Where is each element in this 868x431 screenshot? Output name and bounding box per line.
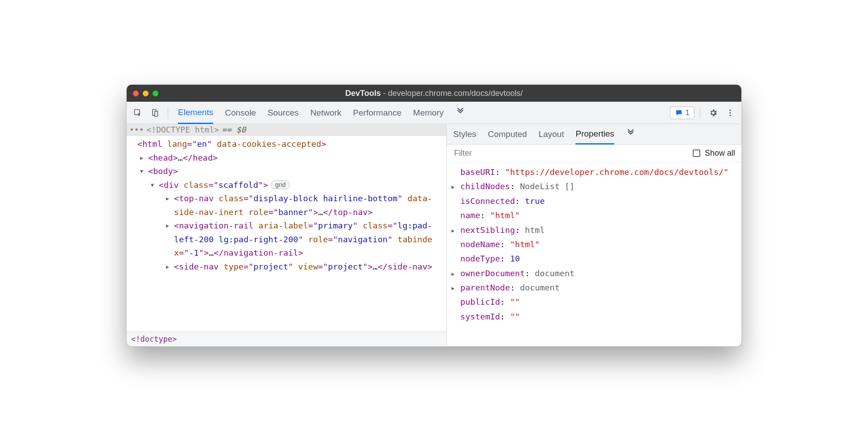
dom-tree[interactable]: <html lang="en" data-cookies-accepted> <… — [127, 136, 446, 332]
expand-toggle-icon[interactable] — [166, 222, 169, 231]
window-title: DevTools - developer.chrome.com/docs/dev… — [127, 89, 741, 98]
toolbar-separator — [168, 107, 168, 119]
svg-point-3 — [729, 109, 731, 111]
inspect-element-icon[interactable] — [130, 105, 145, 120]
titlebar: DevTools - developer.chrome.com/docs/dev… — [127, 85, 741, 102]
prop-parentnode[interactable]: parentNode: document — [451, 281, 738, 295]
show-all-label: Show all — [705, 149, 735, 158]
prop-baseuri[interactable]: baseURI: "https://developer.chrome.com/d… — [451, 165, 738, 179]
svg-point-4 — [729, 112, 731, 113]
tab-network[interactable]: Network — [310, 102, 342, 124]
breadcrumb[interactable]: <!doctype> — [127, 332, 446, 346]
svg-point-5 — [729, 115, 731, 116]
expand-toggle-icon[interactable] — [451, 269, 455, 279]
dom-div-scaffold[interactable]: <div class="scaffold">grid <top-nav clas… — [148, 178, 442, 274]
tab-styles[interactable]: Styles — [453, 124, 476, 145]
tab-performance[interactable]: Performance — [353, 102, 401, 124]
tab-console[interactable]: Console — [225, 102, 256, 124]
properties-list[interactable]: baseURI: "https://developer.chrome.com/d… — [447, 162, 741, 328]
device-toggle-icon[interactable] — [147, 105, 162, 120]
expand-toggle-icon[interactable] — [166, 195, 169, 203]
toolbar-separator — [700, 107, 700, 119]
window-title-rest: - developer.chrome.com/docs/devtools/ — [381, 89, 523, 98]
dom-head-node[interactable]: <head>…</head> — [137, 151, 442, 165]
selected-node-bar[interactable]: ••• <!DOCTYPE html> == $0 — [127, 124, 446, 136]
expand-toggle-icon[interactable] — [151, 181, 154, 190]
selected-node-eq: == $0 — [222, 125, 246, 134]
prop-systemid[interactable]: systemId: "" — [451, 310, 738, 324]
breadcrumb-item[interactable]: <!doctype> — [131, 335, 177, 344]
devtools-window: DevTools - developer.chrome.com/docs/dev… — [126, 84, 742, 347]
selected-node-doctype: <!DOCTYPE html> — [147, 125, 219, 134]
sidebar-panel: Styles Computed Layout Properties Show a… — [447, 124, 741, 346]
show-all-checkbox[interactable] — [693, 149, 700, 157]
dom-html-node[interactable]: <html lang="en" data-cookies-accepted> <… — [127, 137, 446, 274]
more-sidebar-tabs-icon[interactable] — [626, 128, 636, 140]
filter-row: Show all — [447, 145, 741, 162]
grid-badge[interactable]: grid — [271, 180, 290, 189]
expand-toggle-icon[interactable] — [451, 284, 455, 293]
expand-toggle-icon[interactable] — [451, 182, 455, 192]
window-title-prefix: DevTools — [345, 89, 381, 98]
expand-toggle-icon[interactable] — [451, 226, 455, 236]
kebab-menu-icon[interactable] — [723, 105, 738, 120]
main-tabs: Elements Console Sources Network Perform… — [174, 102, 668, 124]
prop-publicid[interactable]: publicId: "" — [451, 295, 738, 309]
issues-badge[interactable]: 1 — [670, 107, 694, 119]
tab-layout[interactable]: Layout — [538, 124, 564, 145]
expand-toggle-icon[interactable] — [140, 154, 143, 163]
settings-icon[interactable] — [706, 105, 721, 120]
dom-top-nav[interactable]: <top-nav class="display-block hairline-b… — [159, 192, 438, 219]
prop-childnodes[interactable]: childNodes: NodeList [] — [451, 179, 738, 194]
prop-nodetype[interactable]: nodeType: 10 — [451, 252, 738, 266]
more-tabs-icon[interactable] — [455, 107, 465, 119]
sidebar-tabs: Styles Computed Layout Properties — [447, 124, 741, 145]
dom-navigation-rail[interactable]: <navigation-rail aria-label="primary" cl… — [159, 219, 438, 260]
panels-body: ••• <!DOCTYPE html> == $0 <html lang="en… — [127, 124, 741, 346]
tab-memory[interactable]: Memory — [413, 102, 444, 124]
svg-rect-2 — [155, 111, 158, 116]
expand-toggle-icon[interactable] — [166, 263, 169, 272]
issues-count: 1 — [686, 108, 690, 117]
prop-nodename[interactable]: nodeName: "html" — [451, 237, 738, 252]
dom-body-node[interactable]: <body> <div class="scaffold">grid <top-n… — [137, 165, 442, 274]
tab-computed[interactable]: Computed — [488, 124, 527, 145]
main-toolbar: Elements Console Sources Network Perform… — [127, 102, 741, 124]
expand-toggle-icon[interactable] — [140, 167, 143, 176]
prop-isconnected[interactable]: isConnected: true — [451, 194, 738, 208]
selected-node-ellipsis: ••• — [129, 125, 144, 134]
tab-properties[interactable]: Properties — [575, 124, 614, 145]
tab-sources[interactable]: Sources — [268, 102, 299, 124]
dom-side-nav[interactable]: <side-nav type="project" view="project">… — [159, 260, 438, 274]
tab-elements[interactable]: Elements — [178, 102, 213, 124]
prop-ownerdocument[interactable]: ownerDocument: document — [451, 266, 738, 281]
prop-name[interactable]: name: "html" — [451, 208, 738, 223]
filter-input[interactable] — [453, 148, 688, 158]
prop-nextsibling[interactable]: nextSibling: html — [451, 223, 738, 237]
elements-panel: ••• <!DOCTYPE html> == $0 <html lang="en… — [127, 124, 447, 346]
